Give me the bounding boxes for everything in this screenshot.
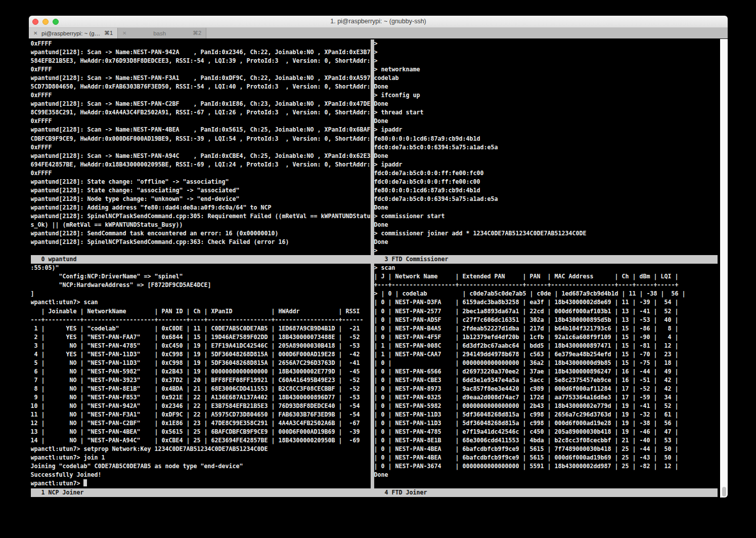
terminal-line: 6 | NO | "NEST-PAN-5982" | 0x2B43 | 19 |… [31, 367, 371, 376]
terminal-line: 4 | YES | "NEST-PAN-11D3" | 0xC998 | 19 … [31, 350, 371, 359]
terminal-line: 8 | NO | "NEST-PAN-8E1B" | 0x4BDA | 21 |… [31, 385, 371, 393]
terminal-line: wpantund[2128]: Scan -> Name:NEST-PAN-F3… [31, 74, 371, 82]
tab-pi-raspberrypi[interactable]: ✕ pi@raspberrypi: ~ (g… ⌘1 [29, 28, 117, 38]
tab-shortcut: ⌘2 [193, 30, 206, 36]
terminal-line: wpantund[2128]: SendCommand task encount… [31, 229, 371, 238]
pane-status-ftd-joiner: 4 FTD Joiner [374, 488, 718, 497]
terminal-line: > [374, 57, 718, 65]
terminal-line: | 0 | NEST-PAN-D3FA | 6159adc3ba8b3258 |… [374, 298, 718, 307]
terminal-line [31, 246, 371, 255]
tab-label: bash [126, 30, 192, 36]
terminal-line: wpantund[2128]: State change: "offline" … [31, 178, 371, 186]
terminal-line: wpantund[2128]: Scan -> Name:NEST-PAN-C2… [31, 100, 371, 108]
pane-ncp-joiner[interactable]: :55:05)" "Config:NCP:DriverName" => "spi… [31, 264, 371, 488]
terminal-line: fdc0:de7a:b5c0:0:6394:5a75:a1ad:e5a [374, 195, 718, 203]
pane-ftd-joiner[interactable]: > scan| J | Network Name | Extended PAN … [374, 264, 718, 488]
terminal-line: > commissioner start [374, 212, 718, 221]
tab-bar-empty-space [206, 28, 728, 38]
terminal-line: | 0 | NEST-PAN-4BEA | 6bafcdbfcb9f9ce9 |… [374, 445, 718, 453]
terminal-line: fdc0:de7a:b5c0:0:0:ff:fe00:c00 [374, 178, 718, 186]
tab-bash[interactable]: ✕ bash ⌘2 [117, 28, 206, 38]
pane-ftd-commissioner[interactable]: >>>> networknamecodelabDone> ifconfig up… [374, 39, 718, 255]
tab-close-icon[interactable]: ✕ [29, 28, 37, 38]
pane-divider[interactable] [371, 39, 374, 255]
terminal-line: 0xFFFF [31, 91, 371, 100]
close-window-button[interactable] [32, 19, 38, 25]
terminal-line: 0xFFFF [31, 117, 371, 126]
tab-shortcut: ⌘1 [104, 30, 117, 36]
terminal-line: 1 | YES | "codelab" | 0xC0DE | 11 | C0DE… [31, 324, 371, 333]
terminal-line: | 0 | NEST-PAN-0325 | d9eaa2d008d74ac7 |… [374, 393, 718, 402]
terminal-line: +---+------------------+----------------… [374, 281, 718, 289]
terminal-line: | 0 | NEST-PAN-5982 | 0000000000000000 |… [374, 402, 718, 410]
terminal-line: wpanctl:utun7> join 1 [31, 453, 371, 462]
terminal-line: wpantund[2128]: SpinelNCPTaskSendCommand… [31, 212, 371, 221]
terminal-line: wpanctl:utun7> [31, 479, 371, 488]
pane-wpantund[interactable]: 0xFFFFwpantund[2128]: Scan -> Name:NEST-… [31, 39, 371, 255]
terminal-line: wpantund[2128]: Scan -> Name:NEST-PAN-94… [31, 48, 371, 57]
desktop: { "window": { "title": "1. pi@raspberryp… [0, 0, 756, 538]
terminal-line: > networkname [374, 65, 718, 74]
terminal-line: | 1 | NEST-PAN-CAA7 | 294149dd4978b678 |… [374, 350, 718, 359]
terminal-line: | 1 | NEST-PAN-008C | 6d3df2bc67aabc64 |… [374, 342, 718, 350]
pane-divider[interactable] [371, 264, 374, 488]
terminal-line: | 0 | NEST-PAN-CBE3 | 6dd3e1e9347e4a5a |… [374, 376, 718, 385]
traffic-lights [32, 19, 59, 25]
scrollbar-track[interactable] [720, 39, 728, 498]
terminal-line: 694FE42857BE, HwAddr:0x18B43000002095BE,… [31, 160, 371, 169]
terminal-line: | 0 | NEST-PAN-11D3 | 5df36048268d815a |… [374, 410, 718, 419]
terminal-line: ---+----------+--------------------+----… [31, 316, 371, 324]
terminal-line: Done [374, 238, 718, 246]
terminal-line: | 0 | NEST-PAN-6566 | d26973220a370ee2 |… [374, 367, 718, 376]
zoom-window-button[interactable] [53, 19, 59, 25]
tab-close-icon[interactable]: ✕ [118, 28, 126, 38]
terminal-line: CDBFCB9F9CE9, HwAddr:0x000D6F000AD19BE9,… [31, 135, 371, 143]
terminal-line: 0xFFFF [31, 169, 371, 178]
terminal-line: | 0 | NEST-PAN-3674 | 0000000000000000 |… [374, 462, 718, 471]
terminal-line: 8C99E358C291, HwAddr:0x4A4A3C4FB2502A91,… [31, 108, 371, 117]
terminal-line: > [374, 246, 718, 255]
tab-label: pi@raspberrypi: ~ (g… [37, 30, 104, 36]
terminal-line: 11 | NO | "NEST-PAN-F3A1" | 0xDF9C | 22 … [31, 410, 371, 419]
terminal-line: wpantund[2128]: Scan -> Name:NEST-PAN-A9… [31, 152, 371, 160]
terminal-line: wpantund[2128]: Adding address "fe80::da… [31, 203, 371, 212]
terminal-line: 12 | NO | "NEST-PAN-C2BF" | 0x1E86 | 23 … [31, 419, 371, 428]
minimize-window-button[interactable] [42, 19, 49, 25]
terminal-line: :55:05)" [31, 264, 371, 272]
terminal-line: | 0 | NEST-PAN-4F5F | 1b12379efd4df20b |… [374, 333, 718, 342]
terminal-line: | J | Network Name | Extended PAN | PAN … [374, 272, 718, 281]
terminal-line: Done [374, 221, 718, 229]
tmux-top-row: 0xFFFFwpantund[2128]: Scan -> Name:NEST-… [31, 39, 718, 255]
terminal-line: 9 | NO | "NEST-PAN-F853" | 0x921E | 22 |… [31, 393, 371, 402]
terminal-line: 5CD73D804650, HwAddr:0xFAB6303B76F3ED50,… [31, 82, 371, 91]
terminal-line: | Joinable | NetworkName | PAN ID | Ch |… [31, 307, 371, 316]
terminal-line: Done [374, 152, 718, 160]
terminal-line: 13 | NO | "NEST-PAN-4BEA" | 0x5615 | 25 … [31, 428, 371, 436]
terminal-line: codelab [374, 74, 718, 82]
tmux-bottom-row: :55:05)" "Config:NCP:DriverName" => "spi… [31, 264, 718, 488]
window-title: 1. pi@raspberrypi: ~ (gnubby-ssh) [29, 16, 728, 27]
terminal-line: s_Ok) || (mRetVal == kWPANTUNDStatus_Bus… [31, 221, 371, 229]
terminal-line: wpanctl:utun7> setprop Network:Key 1234C… [31, 445, 371, 453]
terminal-line: Done [374, 82, 718, 91]
terminal-line: 0xFFFF [31, 39, 371, 48]
terminal-line: | 0 | | 0000000000000000 | 36a2 | 18b430… [374, 359, 718, 367]
scrollbar-thumb[interactable] [722, 487, 726, 496]
terminal-line: > ipaddr [374, 160, 718, 169]
window-titlebar[interactable]: 1. pi@raspberrypi: ~ (gnubby-ssh) [29, 16, 728, 28]
terminal-line: | 0 | NEST-PAN-8E1B | 68e3006cdd411553 |… [374, 436, 718, 445]
terminal-line: Successfully Joined! [31, 471, 371, 479]
terminal-line: wpantund[2128]: State change: "associati… [31, 186, 371, 195]
tmux-pane-status-top: 0 wpantund 3 FTD Commissioner [31, 255, 718, 264]
tab-bar: ✕ pi@raspberrypi: ~ (g… ⌘1 ✕ bash ⌘2 [29, 28, 728, 38]
terminal-line: Joining "codelab" C0DE7AB5C0DE7AB5 as no… [31, 462, 371, 471]
terminal-line: Done [374, 471, 718, 479]
terminal-line: 14 | NO | "NEST-PAN-A94C" | 0xCBE4 | 25 … [31, 436, 371, 445]
terminal-line: 3 | NO | "NEST-PAN-4785" | 0xC450 | 19 |… [31, 342, 371, 350]
terminal-line: 0xFFFF [31, 65, 371, 74]
terminal-line: 584EFB21B5E3, HwAddr:0x76D93D8F8DEDCEE3,… [31, 57, 371, 65]
terminal-cursor [83, 479, 87, 486]
terminal-line: | 0 | NEST-PAN-11D3 | 5df36048268d815a |… [374, 419, 718, 428]
terminal-line: 2 | YES | "NEST-PAN-FAA7" | 0x6844 | 15 … [31, 333, 371, 342]
tmux-grid: 0xFFFFwpantund[2128]: Scan -> Name:NEST-… [31, 39, 718, 497]
